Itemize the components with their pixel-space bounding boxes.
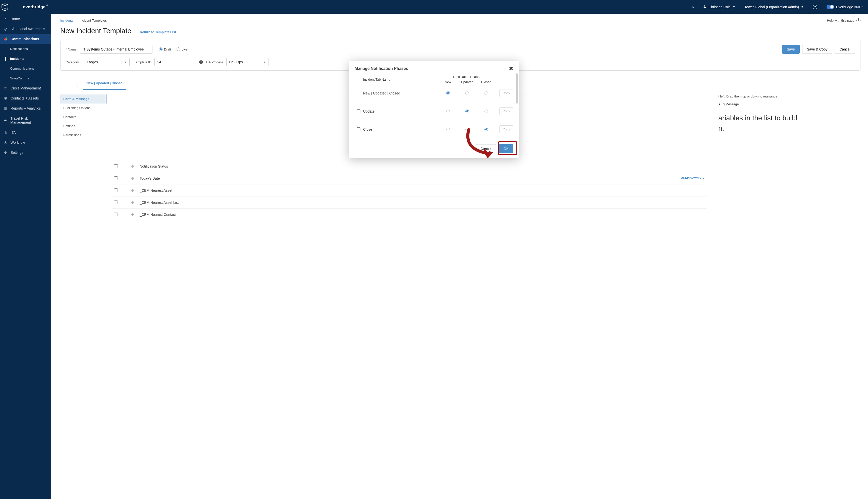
nav-label: Travel Risk Management (10, 116, 48, 124)
nav-workflow[interactable]: ⅄Workflow (0, 137, 51, 147)
category-label: Category (65, 60, 79, 64)
home-icon: ⌂ (3, 17, 8, 21)
topbar-expand-button[interactable]: » (692, 0, 698, 14)
draft-radio-input[interactable] (159, 48, 162, 51)
copy-button[interactable]: Copy (499, 107, 513, 115)
date-format-dropdown[interactable]: MM-DD-YYYY ▼ (680, 177, 705, 180)
name-input[interactable] (79, 45, 152, 53)
chevron-down-icon: ▼ (733, 5, 735, 8)
phase-row-checkbox[interactable] (357, 127, 360, 131)
copy-button[interactable]: Copy (499, 89, 513, 97)
theme-toggle[interactable] (827, 5, 834, 9)
help-with-page[interactable]: Help with this page ? (827, 19, 860, 22)
save-button[interactable]: Save (782, 45, 800, 54)
nav-snapcomms[interactable]: SnapComms (0, 73, 51, 83)
nav-label: Situational Awareness (11, 27, 45, 31)
phase-new-radio[interactable] (446, 92, 450, 95)
phase-new-radio[interactable] (446, 127, 450, 131)
phase-closed-radio[interactable] (484, 92, 488, 95)
nav-notifications[interactable]: Notifications (0, 44, 51, 54)
help-button[interactable]: ? (808, 0, 822, 14)
info-icon[interactable]: i (199, 60, 203, 64)
nav-label: Crisis Management (11, 86, 41, 90)
drag-handle-icon[interactable]: ✥ (131, 176, 134, 181)
drag-handle-icon[interactable]: ✥ (131, 188, 134, 193)
builder-placeholder: ariables in the list to build n. (718, 113, 860, 133)
phase-row-checkbox[interactable] (357, 109, 360, 113)
org-menu[interactable]: Tower Global (Organization Admin) ▼ (740, 0, 808, 14)
user-menu[interactable]: Christian Cole ▼ (698, 0, 740, 14)
copy-button[interactable]: Copy (499, 125, 513, 133)
nav-communications[interactable]: 📣Communications (0, 34, 51, 44)
sidebar-collapse-button[interactable]: « (48, 12, 50, 16)
drag-handle-icon[interactable]: ✥ (131, 164, 134, 169)
draft-radio[interactable]: Draft (159, 48, 171, 51)
modal-scrollbar[interactable] (516, 73, 518, 143)
category-select[interactable]: Outages ▼ (82, 58, 129, 66)
variable-label: _CEM Nearest Contact (140, 212, 176, 217)
phase-updated-radio[interactable] (466, 110, 469, 113)
variable-checkbox[interactable] (114, 164, 118, 168)
col-updated-header: Updated (458, 80, 477, 84)
phase-closed-radio[interactable] (484, 127, 488, 131)
drag-handle-icon[interactable]: ✥ (131, 200, 134, 205)
nav-travel-risk[interactable]: ✈Travel Risk Management (0, 113, 51, 127)
section-form-message[interactable]: Form & Message (60, 95, 107, 104)
nav-incidents[interactable]: Incidents (0, 54, 51, 63)
section-permissions[interactable]: Permissions (60, 131, 107, 140)
target-icon: ◎ (3, 27, 8, 31)
phase-row-name: New | Updated | Closed (362, 91, 438, 95)
section-contacts[interactable]: Contacts (60, 112, 107, 122)
chevron-down-icon: ▼ (718, 103, 721, 106)
tab-widget-button[interactable] (65, 78, 78, 88)
phase-updated-radio[interactable] (466, 92, 469, 95)
nav-settings[interactable]: ⚙Settings (0, 147, 51, 158)
modal-header: Manage Notification Phases ✖ (349, 61, 519, 75)
nodes-icon: ⋔ (3, 131, 8, 134)
variable-checkbox[interactable] (114, 188, 118, 192)
modal-cancel-button[interactable]: Cancel (476, 144, 496, 153)
live-label: Live (182, 48, 188, 51)
cancel-button[interactable]: Cancel (834, 45, 855, 54)
modal-ok-button[interactable]: OK (499, 144, 513, 153)
phase-columns: Notification Phases New Updated Closed (438, 75, 496, 84)
nav-situational-awareness[interactable]: ◎Situational Awareness (0, 24, 51, 34)
nav-ita[interactable]: ⋔ITA (0, 127, 51, 137)
template-id-input[interactable] (154, 58, 196, 66)
phase-closed-radio[interactable] (484, 110, 488, 113)
live-radio[interactable]: Live (176, 48, 188, 51)
variable-checkbox[interactable] (114, 212, 118, 216)
nav-crisis-management[interactable]: ♡Crisis Management (0, 83, 51, 93)
phase-super-header: Notification Phases (438, 75, 496, 78)
flow-icon: ⅄ (3, 141, 8, 145)
nav-contacts-assets[interactable]: ⛨Contacts + Assets (0, 93, 51, 103)
section-settings[interactable]: Settings (60, 122, 107, 131)
nav-label: Communications (11, 37, 39, 41)
modal-close-button[interactable]: ✖ (509, 65, 513, 72)
save-copy-button[interactable]: Save & Copy (802, 45, 832, 54)
ita-select[interactable]: Dev Ops ▼ (226, 58, 269, 66)
phase-new-radio[interactable] (446, 110, 450, 113)
section-publishing[interactable]: Publishing Options (60, 104, 107, 112)
tab-phase[interactable]: New | Updated | Closed (83, 78, 126, 90)
modal-title: Manage Notification Phases (355, 66, 408, 71)
variable-label: Today's Date (140, 177, 160, 180)
return-link[interactable]: Return to Template List (140, 30, 176, 34)
breadcrumb-leaf: Incident Templates (79, 19, 107, 22)
megaphone-icon: 📣 (3, 37, 8, 41)
nav-home[interactable]: ⌂Home (0, 14, 51, 24)
chevrons-right-icon: » (692, 5, 694, 9)
variable-checkbox[interactable] (114, 177, 118, 180)
heart-icon: ♡ (3, 86, 8, 90)
nav-label: Contacts + Assets (11, 96, 39, 100)
variable-checkbox[interactable] (114, 200, 118, 204)
rearrange-hint: t left. Drag them up or down to rearrang… (718, 95, 860, 98)
nav-label: Incidents (10, 57, 24, 61)
drag-handle-icon[interactable]: ✥ (131, 212, 134, 217)
variable-row: ✥ _CEM Nearest Asset List (112, 196, 707, 208)
live-radio-input[interactable] (176, 48, 180, 51)
breadcrumb-root[interactable]: Incidents (60, 19, 73, 22)
phase-updated-radio[interactable] (466, 127, 469, 131)
nav-reports-analytics[interactable]: ▥Reports + Analytics (0, 103, 51, 113)
nav-sub-communications[interactable]: Communications (0, 63, 51, 73)
